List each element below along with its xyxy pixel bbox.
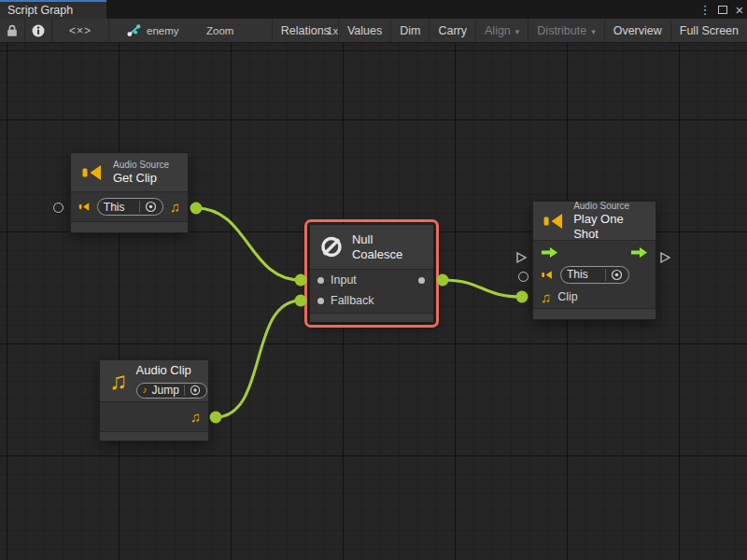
music-note-icon: ♪	[143, 385, 148, 395]
audio-clip-output-icon: ♫	[170, 200, 180, 214]
carry-button[interactable]: Carry	[429, 19, 475, 42]
fallback-port[interactable]	[317, 298, 324, 304]
info-icon	[32, 24, 45, 37]
audio-source-icon	[543, 210, 565, 232]
maximize-icon[interactable]	[715, 0, 730, 19]
node-audio-clip[interactable]: ♫ Audio Clip ♪ Jump ♫	[99, 359, 209, 441]
dropdown-arrow-icon: ▾	[515, 25, 520, 36]
audio-clip-icon: ♫	[109, 369, 128, 393]
audio-source-icon	[80, 161, 105, 184]
exec-output-arrow-icon	[630, 246, 648, 259]
target-field[interactable]: This	[560, 266, 629, 284]
target-picker-icon[interactable]	[184, 385, 201, 396]
fullscreen-button[interactable]: Full Screen	[670, 19, 747, 42]
node-title: Play One Shot	[573, 212, 646, 242]
node-play-one-shot[interactable]: Audio Source Play One Shot This ♫ Clip	[532, 201, 656, 320]
audio-source-port-icon	[78, 201, 91, 213]
null-coalesce-icon	[319, 234, 344, 259]
audio-source-port-icon	[541, 269, 554, 281]
dim-button[interactable]: Dim	[390, 19, 429, 42]
distribute-button[interactable]: Distribute▾	[528, 19, 603, 42]
node-null-coalesce[interactable]: Null Coalesce Input Fallback	[309, 224, 434, 323]
relations-button[interactable]: Relations	[272, 19, 338, 42]
node-get-clip[interactable]: Audio Source Get Clip This ♫	[70, 152, 189, 233]
lock-icon	[7, 24, 18, 37]
exec-output-port[interactable]	[659, 251, 671, 264]
clip-value-field[interactable]: ♪ Jump	[136, 383, 207, 399]
toolbar-buttons: Relations Values Dim Carry Align▾ Distri…	[272, 19, 747, 42]
exec-input-port[interactable]	[515, 251, 528, 264]
tab-script-graph[interactable]: Script Graph	[0, 0, 106, 19]
graph-name: enemy	[147, 25, 179, 36]
inspect-button[interactable]	[25, 19, 51, 42]
dropdown-arrow-icon: ▾	[591, 25, 596, 36]
result-port[interactable]	[418, 277, 425, 284]
exec-input-arrow-icon	[541, 246, 558, 259]
code-toggle-icon: <×>	[69, 24, 92, 37]
code-preview-button[interactable]: <×>	[52, 19, 108, 42]
window-menu-icon[interactable]: ⋮	[698, 0, 712, 19]
play-target-port[interactable]	[518, 272, 529, 282]
close-icon[interactable]: ×	[732, 0, 747, 19]
target-picker-icon[interactable]	[605, 269, 623, 281]
title-bar: Script Graph ⋮ ×	[0, 0, 747, 19]
graph-icon	[127, 24, 141, 36]
align-button[interactable]: Align▾	[475, 19, 528, 42]
zoom-label: Zoom	[206, 19, 233, 42]
input-port[interactable]	[317, 277, 324, 284]
target-field[interactable]: This	[97, 198, 163, 216]
graph-toolbar: <×> enemy Zoom 1x Relations Values Dim C…	[0, 19, 747, 43]
graph-breadcrumb[interactable]: enemy	[127, 19, 179, 42]
overview-button[interactable]: Overview	[604, 19, 670, 42]
node-category: Audio Source	[113, 159, 169, 171]
lock-button[interactable]	[0, 19, 24, 42]
node-title: Get Clip	[113, 171, 169, 186]
node-category: Audio Source	[573, 200, 646, 212]
audio-clip-output-icon: ♫	[190, 410, 201, 424]
node-title: Null Coalesce	[352, 232, 424, 262]
values-button[interactable]: Values	[338, 19, 390, 42]
target-picker-icon[interactable]	[139, 201, 157, 213]
get-clip-target-port[interactable]	[53, 203, 63, 213]
node-title: Audio Clip	[136, 363, 207, 378]
clip-input-icon: ♫	[541, 290, 551, 304]
